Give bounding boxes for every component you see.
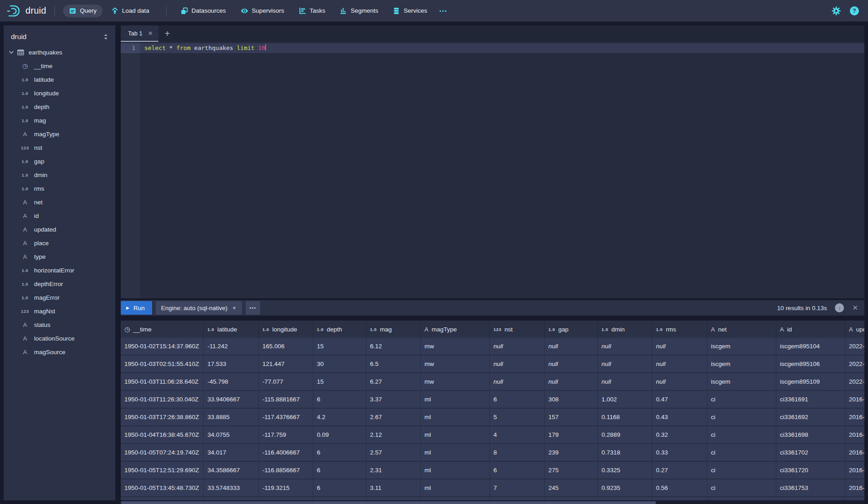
nav-item-query[interactable]: Query [63,5,103,17]
cell[interactable]: -45.798 [204,373,259,390]
cell[interactable]: 6 [313,391,366,408]
cell[interactable]: 1950-01-03T11:26:30.040Z [121,391,204,408]
cell[interactable]: 34.0755 [204,426,259,443]
cell[interactable]: 15 [313,338,366,355]
cell[interactable]: null [490,373,545,390]
cell[interactable]: 245 [545,479,598,496]
cell[interactable]: ci [707,444,776,461]
cell[interactable]: null [598,338,652,355]
nav-item-supervisors[interactable]: Supervisors [235,5,290,17]
cell[interactable]: ml [421,409,490,425]
cell[interactable]: 2022-0 [845,373,864,390]
cell[interactable]: 0.56 [652,479,707,496]
sidebar-column-item[interactable]: 1.0 mag [4,114,115,127]
nav-item-datasources[interactable]: Datasources [175,5,232,17]
cell[interactable]: ci3361720 [776,462,845,479]
sidebar-column-item[interactable]: A status [4,318,115,331]
sidebar-item-earthquakes[interactable]: earthquakes [4,45,115,59]
cell[interactable]: iscgem895106 [776,356,845,372]
nav-item-load-data[interactable]: Load data [105,5,155,17]
cell[interactable]: 6 [313,462,366,479]
cell[interactable]: 0.7318 [598,444,652,461]
cell[interactable]: ci3361753 [776,479,845,496]
druid-logo[interactable]: druid [6,5,46,17]
cell[interactable]: null [652,356,707,372]
cell[interactable]: -117.4376667 [259,409,313,425]
cell[interactable]: -116.4006667 [259,444,313,461]
sql-editor[interactable]: 1 select * from earthquakes limit 10 [121,42,864,298]
cell[interactable]: -77.077 [259,373,313,390]
query-more-button[interactable]: ••• [246,301,260,315]
header-cell[interactable]: 1.0 rms [652,321,707,338]
cell[interactable]: null [490,356,545,372]
close-results-icon[interactable]: ✕ [852,304,858,312]
sidebar-column-item[interactable]: 1.0 longitude [4,86,115,100]
gear-icon[interactable] [832,6,841,15]
nav-item-segments[interactable]: Segments [334,5,384,17]
cell[interactable]: 0.3325 [598,462,652,479]
tab-1[interactable]: Tab 1 ✕ [121,25,158,42]
cell[interactable]: iscgem [707,338,776,355]
cell[interactable]: mw [421,356,490,372]
cell[interactable]: null [598,373,652,390]
run-button[interactable]: ▶ Run [121,301,152,315]
cell[interactable]: ci [707,479,776,496]
cell[interactable]: iscgem [707,356,776,372]
cell[interactable]: null [652,373,707,390]
header-cell[interactable]: 1.0 dmin [598,321,652,338]
cell[interactable]: null [652,338,707,355]
cell[interactable]: 0.09 [313,426,366,443]
cell[interactable]: 2016-0 [845,444,864,461]
header-cell[interactable]: A magType [421,321,490,338]
cell[interactable]: 0.33 [652,444,707,461]
nav-item-tasks[interactable]: Tasks [293,5,331,17]
cell[interactable]: 2016-0 [845,409,864,425]
cell[interactable]: 121.447 [259,356,313,372]
cell[interactable]: ml [421,444,490,461]
sidebar-column-item[interactable]: 1.0 magError [4,291,115,304]
header-cell[interactable]: 1.0 longitude [259,321,313,338]
cell[interactable]: -117.759 [259,426,313,443]
header-cell[interactable]: 1.0 mag [366,321,421,338]
cell[interactable]: 2022-0 [845,338,864,355]
cell[interactable]: 6 [313,444,366,461]
header-cell[interactable]: 123 nst [490,321,545,338]
cell[interactable]: ml [421,462,490,479]
download-icon[interactable]: ↓ [835,303,844,312]
sidebar-column-item[interactable]: A net [4,195,115,209]
sidebar-column-item[interactable]: A type [4,250,115,263]
cell[interactable]: ml [421,479,490,496]
nav-more-button[interactable]: ••• [436,5,451,16]
cell[interactable]: 157 [545,409,598,425]
cell[interactable]: ci [707,462,776,479]
cell[interactable]: 33.5748333 [204,479,259,496]
cell[interactable]: 1950-01-03T02:51:55.410Z [121,356,204,372]
cell[interactable]: 2.67 [366,409,421,425]
header-cell[interactable]: A id [776,321,845,338]
cell[interactable]: 0.9235 [598,479,652,496]
cell[interactable]: 0.2889 [598,426,652,443]
cell[interactable]: ml [421,391,490,408]
cell[interactable]: 1950-01-05T12:51:29.690Z [121,462,204,479]
header-cell[interactable]: 1.0 depth [313,321,366,338]
cell[interactable]: 1950-01-03T11:06:28.640Z [121,373,204,390]
scrollbar-thumb[interactable] [121,501,656,504]
header-cell[interactable]: ◷ __time [121,321,204,338]
cell[interactable]: null [545,373,598,390]
cell[interactable]: mw [421,373,490,390]
sidebar-column-item[interactable]: 1.0 horizontalError [4,263,115,277]
cell[interactable]: 179 [545,426,598,443]
sidebar-column-item[interactable]: 123 nst [4,141,115,154]
cell[interactable]: ci3361702 [776,444,845,461]
cell[interactable]: 2016-0 [845,479,864,496]
cell[interactable]: 17.533 [204,356,259,372]
cell[interactable]: 34.017 [204,444,259,461]
cell[interactable]: null [598,356,652,372]
sidebar-column-item[interactable]: A id [4,209,115,222]
sidebar-column-item[interactable]: A place [4,236,115,250]
header-cell[interactable]: 1.0 gap [545,321,598,338]
sidebar-column-item[interactable]: A updated [4,222,115,236]
cell[interactable]: 0.32 [652,426,707,443]
cell[interactable]: 2.31 [366,462,421,479]
cell[interactable]: 308 [545,391,598,408]
